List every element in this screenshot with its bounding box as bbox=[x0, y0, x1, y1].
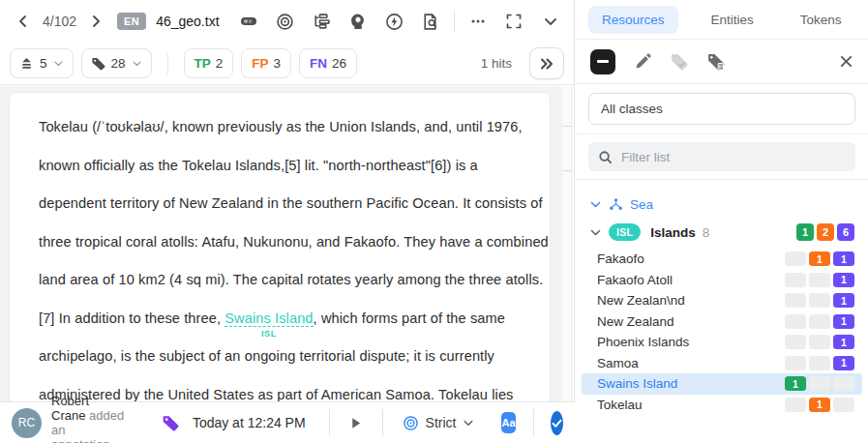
chevron-down-icon[interactable] bbox=[589, 226, 602, 239]
list-item[interactable]: New Zealan\nd 1 bbox=[582, 290, 862, 311]
list-item-badges: 1 bbox=[785, 273, 854, 287]
list-item[interactable]: Samoa 1 bbox=[582, 353, 862, 374]
strict-target-icon bbox=[403, 415, 419, 431]
list-item[interactable]: New Zealand 1 bbox=[582, 311, 862, 333]
annotation-app: 4/102 EN 46_geo.txt bbox=[0, 0, 868, 443]
tab-tokens[interactable]: Tokens bbox=[787, 6, 855, 34]
empty-badge-slot bbox=[809, 314, 830, 329]
timestamp: Today at 12:24 PM bbox=[193, 415, 306, 430]
user-name: Robert Crane bbox=[51, 394, 89, 423]
list-item-badges: 1 bbox=[785, 335, 854, 349]
tree-group-islands[interactable]: ISL Islands 8 126 bbox=[582, 216, 862, 249]
side-panel: Resources Entities Tokens 1 bbox=[576, 0, 868, 443]
list-item[interactable]: Phoenix Islands 1 bbox=[582, 332, 862, 353]
approve-button[interactable] bbox=[551, 411, 563, 435]
collapse-toolbar-icon[interactable] bbox=[537, 7, 564, 36]
next-hit-button[interactable] bbox=[529, 47, 564, 79]
ai-head-icon[interactable] bbox=[344, 7, 371, 36]
tag-delete-icon[interactable] bbox=[706, 52, 725, 71]
text-display-icon[interactable]: Aa bbox=[501, 412, 515, 433]
list-item-label: Phoenix Islands bbox=[597, 335, 689, 349]
list-item-label: Samoa bbox=[597, 356, 639, 370]
islands-group-badges: 126 bbox=[796, 223, 854, 241]
list-item-badges: 1 bbox=[785, 314, 854, 329]
empty-badge-slot bbox=[785, 335, 806, 349]
annotations-icon[interactable] bbox=[235, 7, 262, 36]
fn-count: 26 bbox=[332, 56, 346, 71]
collapse-all-button[interactable] bbox=[590, 49, 615, 74]
match-mode-value: Strict bbox=[426, 415, 457, 430]
prev-document-button[interactable] bbox=[10, 7, 37, 36]
scroll-marker bbox=[562, 170, 571, 171]
entity-type-badge: ISL bbox=[609, 223, 641, 241]
list-item-label: Swains Island bbox=[597, 376, 677, 391]
document-toolbar: 4/102 EN 46_geo.txt bbox=[0, 0, 574, 43]
fn-count-badge: 1 bbox=[833, 251, 854, 266]
document-content: Tokelau (/ˈtoʊkəlaʊ/, known previously a… bbox=[0, 86, 573, 401]
side-panel-tools bbox=[576, 40, 868, 84]
side-panel-tabs: Resources Entities Tokens 1 bbox=[576, 0, 868, 40]
filter-list-placeholder: Filter list bbox=[621, 150, 670, 164]
levels-dropdown[interactable]: 5 bbox=[10, 48, 74, 78]
annotation-footer: RC Robert Crane added an annotation Toda… bbox=[0, 401, 575, 443]
levels-icon bbox=[19, 56, 34, 71]
document-card: Tokelau (/ˈtoʊkəlaʊ/, known previously a… bbox=[10, 93, 550, 401]
tp-label: TP bbox=[195, 56, 211, 71]
match-mode-dropdown[interactable]: Strict bbox=[393, 415, 485, 431]
list-item[interactable]: Fakaofo Atoll 1 bbox=[582, 270, 862, 291]
list-item-label: Tokelau bbox=[597, 398, 643, 412]
fn-count-badge: 1 bbox=[833, 356, 854, 370]
tab-entities[interactable]: Entities bbox=[698, 6, 767, 34]
target-icon[interactable] bbox=[271, 7, 298, 36]
tags-dropdown[interactable]: 28 bbox=[81, 48, 152, 78]
edit-icon[interactable] bbox=[634, 53, 651, 71]
tag-check-icon[interactable] bbox=[670, 52, 688, 71]
entity-span[interactable]: Swains IslandISL bbox=[224, 310, 313, 327]
true-positive-chip[interactable]: TP 2 bbox=[184, 48, 234, 78]
more-options-icon[interactable] bbox=[464, 7, 492, 36]
close-panel-icon[interactable] bbox=[839, 54, 853, 69]
entity-tree: Sea ISL Islands 8 126 Fakaofo 11 Fakaofo… bbox=[576, 180, 868, 415]
search-document-icon[interactable] bbox=[417, 7, 444, 36]
empty-badge-slot bbox=[809, 293, 830, 308]
fn-count-badge: 1 bbox=[833, 293, 854, 308]
scrollbar[interactable] bbox=[562, 86, 571, 401]
filter-toolbar: 5 28 TP 2 FP 3 bbox=[0, 43, 574, 85]
scroll-marker bbox=[562, 126, 571, 127]
fullscreen-icon[interactable] bbox=[500, 7, 527, 36]
chevron-down-icon[interactable] bbox=[589, 198, 602, 211]
list-item-badges: 1 bbox=[785, 356, 854, 370]
chevron-down-icon bbox=[463, 417, 474, 428]
list-item-badges: 11 bbox=[785, 251, 854, 266]
list-item-label: New Zealan\nd bbox=[597, 293, 685, 308]
next-document-button[interactable] bbox=[82, 7, 109, 36]
empty-badge-slot bbox=[809, 356, 830, 370]
empty-badge-slot bbox=[785, 273, 806, 287]
list-item[interactable]: Tokelau 1 bbox=[582, 395, 862, 416]
false-negative-chip[interactable]: FN 26 bbox=[299, 48, 357, 78]
annotation-tag-icon bbox=[162, 414, 179, 431]
tree-group-sea[interactable]: Sea bbox=[582, 193, 862, 216]
search-icon bbox=[598, 150, 613, 164]
list-item-label: New Zealand bbox=[597, 314, 674, 329]
list-item[interactable]: Swains Island 1 bbox=[582, 373, 862, 395]
fn-total-badge: 6 bbox=[837, 223, 854, 241]
false-positive-chip[interactable]: FP 3 bbox=[241, 48, 291, 78]
filename-label: 46_geo.txt bbox=[156, 14, 219, 29]
tab-resources[interactable]: Resources bbox=[588, 6, 678, 34]
search-section: Filter list bbox=[576, 134, 868, 180]
hierarchy-icon[interactable] bbox=[308, 7, 335, 36]
filter-list-input[interactable]: Filter list bbox=[588, 142, 855, 171]
empty-badge-slot bbox=[809, 273, 830, 287]
lightning-icon[interactable] bbox=[380, 7, 407, 36]
play-button[interactable] bbox=[339, 416, 373, 430]
chevron-down-icon bbox=[132, 58, 142, 69]
islands-group-count: 8 bbox=[703, 225, 710, 240]
class-filter-select[interactable]: All classes bbox=[588, 93, 855, 125]
tree-items: Fakaofo 11 Fakaofo Atoll 1 New Zealan\nd… bbox=[582, 249, 862, 415]
fn-count-badge: 1 bbox=[833, 314, 854, 329]
list-item[interactable]: Fakaofo 11 bbox=[582, 249, 862, 270]
list-item-badges: 1 bbox=[785, 376, 854, 391]
empty-badge-slot bbox=[809, 335, 830, 349]
list-item-badges: 1 bbox=[785, 398, 854, 412]
